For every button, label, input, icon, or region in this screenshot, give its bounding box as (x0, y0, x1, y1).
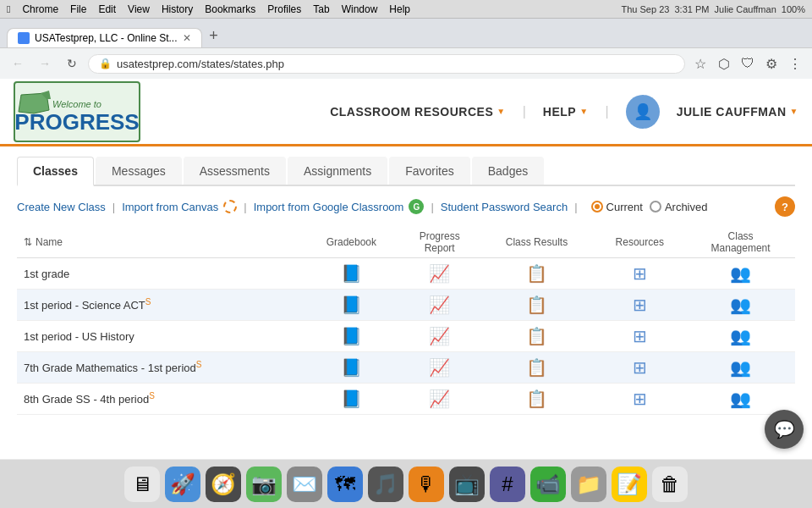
dock-trash[interactable]: 🗑 (652, 467, 688, 502)
reload-button[interactable]: ↻ (61, 52, 83, 75)
menu-chrome[interactable]: Chrome (22, 3, 58, 15)
management-icon[interactable]: 👥 (730, 326, 751, 346)
dock-zoom[interactable]: 📹 (530, 467, 566, 502)
menu-view[interactable]: View (128, 3, 150, 15)
help-label: HELP (543, 105, 576, 119)
dock-notes[interactable]: 📝 (612, 467, 647, 502)
address-bar[interactable]: 🔒 usatestprep.com/states/states.php (88, 54, 685, 74)
import-canvas-link[interactable]: Import from Canvas (122, 201, 218, 213)
col-class-management: ClassManagement (686, 227, 795, 258)
tab-assignments[interactable]: Assignments (288, 157, 387, 185)
extension-icon2[interactable]: 🛡 (738, 53, 758, 74)
management-icon[interactable]: 👥 (730, 295, 751, 315)
menu-help[interactable]: Help (389, 3, 410, 15)
class-name-cell: 7th Grade Mathematics - 1st periodS (17, 352, 304, 384)
current-radio-label[interactable]: Current (591, 201, 643, 213)
management-icon[interactable]: 👥 (730, 263, 751, 284)
archived-radio-label[interactable]: Archived (650, 201, 708, 213)
browser-tab-active[interactable]: USATestprep, LLC - Online St... ✕ (7, 28, 202, 47)
action-bar: Create New Class | Import from Canvas | … (17, 196, 795, 217)
dock-mail[interactable]: ✉️ (287, 467, 322, 502)
resources-icon[interactable]: ⊞ (633, 389, 647, 409)
tab-close-button[interactable]: ✕ (183, 32, 191, 44)
table-row: 1st period - US History📘📈📋⊞👥 (17, 321, 795, 352)
management-icon[interactable]: 👥 (730, 357, 751, 378)
help-button[interactable]: ? (775, 196, 795, 217)
new-tab-button[interactable]: + (202, 24, 226, 47)
page-content: Welcome to PROGRESS CLASSROOM RESOURCES … (0, 79, 812, 508)
gradebook-icon[interactable]: 📘 (341, 389, 362, 409)
sep4: | (574, 201, 577, 213)
logo-welcome-text: Welcome to (52, 99, 102, 109)
dock-appletv[interactable]: 📺 (449, 467, 485, 502)
import-google-link[interactable]: Import from Google Classroom (254, 201, 404, 213)
apple-menu[interactable]:  (7, 3, 10, 15)
tab-messages[interactable]: Messages (96, 157, 182, 185)
help-menu[interactable]: HELP ▼ (543, 105, 589, 119)
chat-bubble-button[interactable]: 💬 (765, 410, 804, 449)
create-new-class-link[interactable]: Create New Class (17, 201, 106, 213)
google-classroom-icon: G (409, 199, 424, 214)
mac-menubar:  Chrome File Edit View History Bookmark… (0, 0, 812, 19)
tab-favorites[interactable]: Favorites (389, 157, 470, 185)
avatar-icon: 👤 (634, 102, 652, 121)
mac-dock: 🖥 🚀 🧭 📷 ✉️ 🗺 🎵 🎙 📺 # 📹 📁 📝 🗑 (0, 459, 812, 508)
tab-classes[interactable]: Classes (17, 157, 94, 186)
archived-radio-btn[interactable] (650, 201, 661, 213)
bookmark-icon[interactable]: ☆ (690, 53, 710, 74)
progress-report-icon[interactable]: 📈 (429, 326, 450, 346)
class-results-icon[interactable]: 📋 (526, 263, 547, 284)
dock-facetime[interactable]: 📷 (246, 467, 282, 502)
progress-report-icon[interactable]: 📈 (429, 357, 450, 378)
student-password-search-link[interactable]: Student Password Search (441, 201, 568, 213)
classroom-resources-label: CLASSROOM RESOURCES (330, 105, 493, 119)
back-button[interactable]: ← (7, 52, 29, 75)
menu-window[interactable]: Window (342, 3, 378, 15)
dock-maps[interactable]: 🗺 (327, 467, 363, 502)
menu-edit[interactable]: Edit (98, 3, 116, 15)
gradebook-icon[interactable]: 📘 (341, 263, 362, 284)
classroom-resources-menu[interactable]: CLASSROOM RESOURCES ▼ (330, 105, 505, 119)
menu-profiles[interactable]: Profiles (267, 3, 301, 15)
dock-finder2[interactable]: 📁 (571, 467, 606, 502)
dock-music[interactable]: 🎵 (368, 467, 403, 502)
gradebook-icon[interactable]: 📘 (341, 326, 362, 346)
management-icon[interactable]: 👥 (730, 389, 751, 409)
canvas-icon (223, 200, 237, 213)
extension-icon3[interactable]: ⚙ (761, 53, 782, 74)
more-options-icon[interactable]: ⋮ (785, 53, 805, 74)
menu-history[interactable]: History (162, 3, 193, 15)
resources-icon[interactable]: ⊞ (633, 357, 647, 378)
col-class-results: Class Results (480, 227, 594, 258)
tab-badges[interactable]: Badges (472, 157, 544, 185)
progress-report-icon[interactable]: 📈 (429, 295, 450, 315)
menu-tab[interactable]: Tab (313, 3, 329, 15)
resources-icon[interactable]: ⊞ (633, 295, 647, 315)
table-row: 8th Grade SS - 4th periodS📘📈📋⊞👥 (17, 384, 795, 415)
dock-launchpad[interactable]: 🚀 (165, 467, 200, 502)
dock-slack[interactable]: # (490, 467, 525, 502)
gradebook-icon[interactable]: 📘 (341, 357, 362, 378)
progress-report-icon[interactable]: 📈 (429, 263, 450, 284)
help-caret: ▼ (579, 107, 588, 116)
resources-icon[interactable]: ⊞ (633, 263, 647, 284)
dock-finder[interactable]: 🖥 (124, 467, 160, 502)
class-results-icon[interactable]: 📋 (526, 357, 547, 378)
class-results-icon[interactable]: 📋 (526, 295, 547, 315)
gradebook-icon[interactable]: 📘 (341, 295, 362, 315)
menu-file[interactable]: File (70, 3, 86, 15)
extension-icon1[interactable]: ⬡ (714, 53, 734, 74)
resources-icon[interactable]: ⊞ (633, 326, 647, 346)
progress-report-icon[interactable]: 📈 (429, 389, 450, 409)
menu-bookmarks[interactable]: Bookmarks (205, 3, 255, 15)
dock-podcast[interactable]: 🎙 (409, 467, 444, 502)
forward-button[interactable]: → (34, 52, 56, 75)
class-results-icon[interactable]: 📋 (526, 389, 547, 409)
class-results-icon[interactable]: 📋 (526, 326, 547, 346)
current-radio-btn[interactable] (591, 201, 603, 213)
main-content: Classes Messages Assessments Assignments… (0, 146, 812, 425)
dock-safari[interactable]: 🧭 (206, 467, 241, 502)
sort-icon[interactable]: ⇅ (24, 236, 32, 248)
user-menu[interactable]: JULIE CAUFFMAN ▼ (677, 105, 798, 119)
tab-assessments[interactable]: Assessments (184, 157, 286, 185)
